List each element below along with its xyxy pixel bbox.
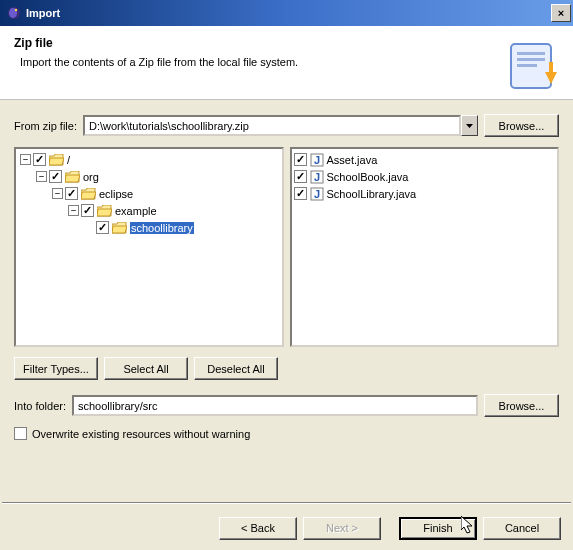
- tree-node-schoollibrary[interactable]: schoollibrary: [18, 219, 280, 236]
- folder-open-icon: [49, 154, 64, 166]
- file-label: SchoolBook.java: [327, 171, 409, 183]
- into-folder-row: Into folder: Browse...: [14, 394, 559, 417]
- collapse-icon[interactable]: −: [20, 154, 31, 165]
- svg-rect-7: [549, 62, 553, 74]
- into-folder-input[interactable]: [72, 395, 478, 416]
- tree-checkbox[interactable]: [81, 204, 94, 217]
- java-file-icon: J: [310, 187, 324, 201]
- tree-checkbox[interactable]: [96, 221, 109, 234]
- from-zip-row: From zip file: Browse...: [14, 114, 559, 137]
- collapse-icon[interactable]: −: [68, 205, 79, 216]
- next-button: Next >: [303, 517, 381, 540]
- tree-node-eclipse[interactable]: − eclipse: [18, 185, 280, 202]
- tree-checkbox[interactable]: [65, 187, 78, 200]
- overwrite-label: Overwrite existing resources without war…: [32, 428, 250, 440]
- file-checkbox[interactable]: [294, 153, 307, 166]
- close-button[interactable]: ×: [551, 4, 571, 22]
- tree-checkbox[interactable]: [49, 170, 62, 183]
- eclipse-icon: [6, 5, 22, 21]
- svg-point-2: [15, 9, 17, 11]
- file-checkbox[interactable]: [294, 187, 307, 200]
- file-label: SchoolLibrary.java: [327, 188, 417, 200]
- svg-text:J: J: [314, 154, 320, 166]
- titlebar: Import ×: [0, 0, 573, 26]
- svg-marker-8: [466, 124, 473, 128]
- deselect-all-button[interactable]: Deselect All: [194, 357, 278, 380]
- folder-tree-pane[interactable]: − / − org − eclipse −: [14, 147, 284, 347]
- overwrite-row[interactable]: Overwrite existing resources without war…: [14, 427, 559, 440]
- import-hero-icon: [503, 38, 559, 94]
- from-zip-dropdown-button[interactable]: [461, 115, 478, 136]
- window-title: Import: [26, 7, 551, 19]
- wizard-header: Zip file Import the contents of a Zip fi…: [0, 26, 573, 100]
- tree-node-example[interactable]: − example: [18, 202, 280, 219]
- folder-open-icon: [65, 171, 80, 183]
- file-label: Asset.java: [327, 154, 378, 166]
- tree-label: example: [115, 205, 157, 217]
- file-list-pane[interactable]: J Asset.java J SchoolBook.java J SchoolL…: [290, 147, 560, 347]
- java-file-icon: J: [310, 170, 324, 184]
- file-item[interactable]: J SchoolBook.java: [294, 168, 556, 185]
- browse-zip-button[interactable]: Browse...: [484, 114, 559, 137]
- overwrite-checkbox[interactable]: [14, 427, 27, 440]
- svg-rect-5: [517, 58, 545, 61]
- java-file-icon: J: [310, 153, 324, 167]
- tree-checkbox[interactable]: [33, 153, 46, 166]
- svg-text:J: J: [314, 171, 320, 183]
- from-zip-label: From zip file:: [14, 120, 77, 132]
- from-zip-input[interactable]: [83, 115, 461, 136]
- svg-rect-6: [517, 64, 537, 67]
- chevron-down-icon: [466, 124, 473, 128]
- tree-label-selected: schoollibrary: [130, 222, 194, 234]
- tree-label: /: [67, 154, 70, 166]
- wizard-heading: Zip file: [14, 36, 559, 50]
- file-item[interactable]: J SchoolLibrary.java: [294, 185, 556, 202]
- tree-label: eclipse: [99, 188, 133, 200]
- finish-button[interactable]: Finish: [399, 517, 477, 540]
- wizard-footer: < Back Next > Finish Cancel: [0, 506, 573, 550]
- folder-open-icon: [112, 222, 127, 234]
- svg-text:J: J: [314, 188, 320, 200]
- filter-types-button[interactable]: Filter Types...: [14, 357, 98, 380]
- wizard-description: Import the contents of a Zip file from t…: [20, 56, 559, 68]
- close-icon: ×: [558, 7, 564, 19]
- folder-open-icon: [97, 205, 112, 217]
- tree-root[interactable]: − /: [18, 151, 280, 168]
- collapse-icon[interactable]: −: [52, 188, 63, 199]
- collapse-icon[interactable]: −: [36, 171, 47, 182]
- into-folder-label: Into folder:: [14, 400, 66, 412]
- tree-label: org: [83, 171, 99, 183]
- folder-open-icon: [81, 188, 96, 200]
- separator: [2, 502, 571, 504]
- browse-folder-button[interactable]: Browse...: [484, 394, 559, 417]
- file-checkbox[interactable]: [294, 170, 307, 183]
- svg-rect-4: [517, 52, 545, 55]
- tree-node-org[interactable]: − org: [18, 168, 280, 185]
- select-all-button[interactable]: Select All: [104, 357, 188, 380]
- file-item[interactable]: J Asset.java: [294, 151, 556, 168]
- cancel-button[interactable]: Cancel: [483, 517, 561, 540]
- back-button[interactable]: < Back: [219, 517, 297, 540]
